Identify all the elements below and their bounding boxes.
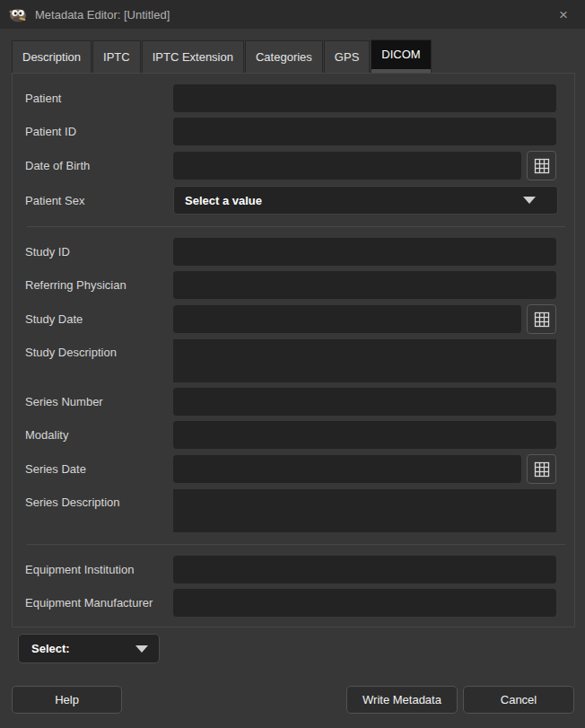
form-row: Series Date [13, 454, 574, 484]
tab-description[interactable]: Description [12, 40, 92, 73]
field-label: Series Number [25, 395, 173, 408]
date-of-birth-input[interactable] [173, 152, 521, 180]
tab-gps[interactable]: GPS [324, 40, 370, 73]
dialog-footer: Help Write Metadata Cancel [12, 686, 574, 714]
section-divider [27, 226, 565, 227]
patient-input[interactable] [173, 84, 556, 112]
series-number-input[interactable] [173, 388, 556, 416]
study-description-textarea[interactable] [173, 339, 556, 382]
field-label: Equipment Institution [25, 563, 173, 576]
form-row: Modality [13, 421, 574, 449]
date-of-birth-calendar-button[interactable] [527, 151, 556, 180]
form-row: Referring Physician [13, 271, 574, 299]
tab-iptc-extension[interactable]: IPTC Extension [142, 40, 244, 73]
calendar-grid-icon [534, 461, 550, 478]
preset-select[interactable]: Select: [18, 634, 160, 663]
form-row: Study Description [13, 339, 574, 382]
study-date-input[interactable] [173, 305, 521, 333]
section-divider [27, 544, 565, 545]
tab-label: Description [22, 50, 81, 64]
form-row: Study Date [13, 304, 574, 334]
chevron-down-icon [523, 197, 536, 204]
tab-categories[interactable]: Categories [245, 40, 323, 73]
tab-label: IPTC Extension [153, 50, 233, 64]
field-label: Patient ID [25, 125, 173, 138]
referring-physician-input[interactable] [173, 271, 556, 299]
field-label: Study ID [25, 245, 173, 259]
tab-label: GPS [335, 50, 359, 64]
cancel-button[interactable]: Cancel [463, 686, 574, 714]
tab-bar: Description IPTC IPTC Extension Categori… [12, 39, 575, 73]
field-label: Patient Sex [25, 194, 173, 207]
form-row: Date of Birth [13, 151, 574, 180]
tab-label: Categories [256, 50, 312, 64]
modality-input[interactable] [173, 421, 556, 449]
metadata-notebook: Description IPTC IPTC Extension Categori… [12, 39, 575, 627]
dicom-tab-panel: Patient Patient ID Date of Birth [12, 73, 575, 627]
metadata-editor-window: Metadata Editor: [Untitled] × Descriptio… [0, 0, 585, 728]
tab-iptc[interactable]: IPTC [92, 40, 141, 73]
series-description-textarea[interactable] [173, 489, 556, 532]
field-label: Study Description [25, 339, 173, 359]
write-metadata-button[interactable]: Write Metadata [346, 686, 458, 714]
series-date-input[interactable] [173, 455, 521, 483]
form-row: Equipment Institution [13, 556, 574, 583]
field-label: Patient [25, 92, 173, 105]
field-label: Date of Birth [25, 159, 173, 172]
field-label: Series Date [25, 462, 173, 476]
series-date-calendar-button[interactable] [527, 454, 556, 484]
selected-value: Select a value [185, 194, 523, 207]
form-row: Series Description [13, 489, 574, 532]
study-date-calendar-button[interactable] [527, 304, 556, 334]
form-row: Patient [13, 84, 574, 112]
study-id-input[interactable] [173, 238, 556, 266]
help-button[interactable]: Help [12, 686, 122, 714]
patient-id-input[interactable] [173, 118, 556, 145]
selected-value: Select: [31, 642, 135, 655]
calendar-grid-icon [534, 311, 550, 328]
patient-sex-select[interactable]: Select a value [173, 186, 558, 215]
window-title: Metadata Editor: [Untitled] [35, 8, 551, 22]
field-label: Series Description [25, 489, 173, 509]
form-row: Patient Sex Select a value [13, 186, 574, 215]
form-row: Series Number [13, 388, 574, 416]
field-label: Equipment Manufacturer [25, 596, 173, 610]
calendar-grid-icon [534, 158, 550, 174]
close-icon[interactable]: × [551, 4, 576, 25]
form-row: Equipment Manufacturer [13, 589, 574, 617]
equipment-manufacturer-input[interactable] [173, 589, 556, 617]
form-row: Patient ID [13, 118, 574, 145]
chevron-down-icon [135, 645, 148, 653]
field-label: Modality [25, 428, 173, 442]
tab-dicom[interactable]: DICOM [371, 39, 431, 73]
equipment-institution-input[interactable] [173, 556, 556, 583]
tab-label: IPTC [103, 50, 130, 64]
field-label: Referring Physician [25, 278, 173, 292]
form-row: Study ID [13, 238, 574, 266]
titlebar: Metadata Editor: [Untitled] × [0, 0, 585, 29]
wilber-icon [8, 6, 28, 22]
tab-label: DICOM [381, 48, 420, 61]
field-label: Study Date [25, 312, 173, 326]
